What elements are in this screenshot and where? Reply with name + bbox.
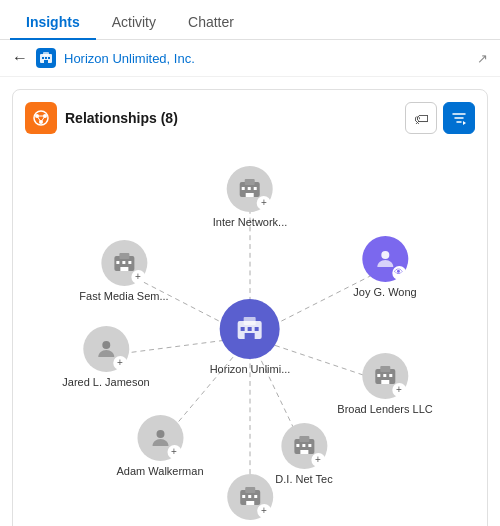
svg-rect-32 [254,187,257,190]
card-title-area: Relationships (8) [25,102,178,134]
svg-rect-27 [245,333,255,339]
center-node-label: Horizon Unlimi... [210,363,291,375]
plus-badge: + [392,383,406,397]
card-actions: 🏷 [405,102,475,134]
fast-media-label: Fast Media Sem... [79,290,168,302]
node-fast-media[interactable]: + Fast Media Sem... [79,240,168,302]
center-node[interactable]: Horizon Unlimi... [210,299,291,375]
svg-rect-51 [254,495,257,498]
svg-rect-43 [296,444,299,447]
relationships-card: Relationships (8) 🏷 [12,89,488,526]
filter-button[interactable] [443,102,475,134]
svg-rect-40 [381,380,389,384]
account-name[interactable]: Horizon Unlimited, Inc. [64,51,469,66]
svg-rect-37 [377,374,380,377]
svg-rect-46 [300,450,308,454]
svg-rect-45 [308,444,311,447]
svg-rect-60 [120,267,128,271]
relationship-graph: Horizon Unlimi... + Inter Network... [25,142,475,526]
svg-rect-38 [383,374,386,377]
svg-rect-25 [248,327,252,331]
adam-walkerman-label: Adam Walkerman [116,465,203,477]
node-joy-wong[interactable]: 👁 Joy G. Wong [353,236,416,298]
joy-wong-label: Joy G. Wong [353,286,416,298]
svg-rect-5 [44,60,48,63]
back-button[interactable]: ← [12,50,28,66]
svg-rect-56 [119,253,129,259]
account-icon [36,48,56,68]
nav-bar: ← Horizon Unlimited, Inc. ↗ [0,40,500,77]
svg-rect-1 [43,52,49,56]
svg-line-10 [37,116,41,122]
svg-rect-29 [245,179,255,185]
svg-rect-3 [45,57,47,59]
node-inter-network[interactable]: + Inter Network... [213,166,288,228]
svg-rect-4 [48,57,50,59]
svg-rect-2 [42,57,44,59]
card-title: Relationships (8) [65,110,178,126]
svg-rect-50 [248,495,251,498]
tab-activity[interactable]: Activity [96,6,172,40]
broad-lenders-label: Broad Lenders LLC [337,403,432,415]
tab-bar: Insights Activity Chatter [0,0,500,40]
external-link-icon[interactable]: ↗ [477,51,488,66]
node-jared-jameson[interactable]: + Jared L. Jameson [62,326,149,388]
plus-badge: + [257,196,271,210]
svg-rect-39 [389,374,392,377]
svg-point-53 [156,430,164,438]
svg-rect-36 [380,366,390,372]
eye-badge: 👁 [392,266,406,280]
tab-chatter[interactable]: Chatter [172,6,250,40]
plus-badge: + [131,270,145,284]
card-header: Relationships (8) 🏷 [25,102,475,134]
svg-rect-30 [242,187,245,190]
svg-rect-26 [255,327,259,331]
jared-jameson-label: Jared L. Jameson [62,376,149,388]
svg-point-34 [381,251,389,259]
plus-badge: + [257,504,271,518]
svg-rect-59 [128,261,131,264]
svg-rect-57 [116,261,119,264]
svg-marker-13 [463,121,466,125]
tab-insights[interactable]: Insights [10,6,96,40]
svg-rect-58 [122,261,125,264]
inter-network-label: Inter Network... [213,216,288,228]
svg-rect-24 [241,327,245,331]
svg-point-54 [102,341,110,349]
svg-rect-48 [245,487,255,493]
plus-badge: + [311,453,325,467]
svg-rect-49 [242,495,245,498]
card-icon [25,102,57,134]
svg-line-11 [41,116,45,122]
svg-rect-33 [246,193,254,197]
svg-rect-23 [244,317,256,325]
tag-button[interactable]: 🏷 [405,102,437,134]
plus-badge: + [167,445,181,459]
svg-rect-42 [299,436,309,442]
svg-rect-31 [248,187,251,190]
node-adam-walkerman[interactable]: + Adam Walkerman [116,415,203,477]
node-broad-lenders[interactable]: + Broad Lenders LLC [337,353,432,415]
svg-rect-44 [302,444,305,447]
svg-rect-52 [246,501,254,505]
node-alpha-bankers[interactable]: + Alpha Bankers [214,474,286,526]
plus-badge: + [113,356,127,370]
